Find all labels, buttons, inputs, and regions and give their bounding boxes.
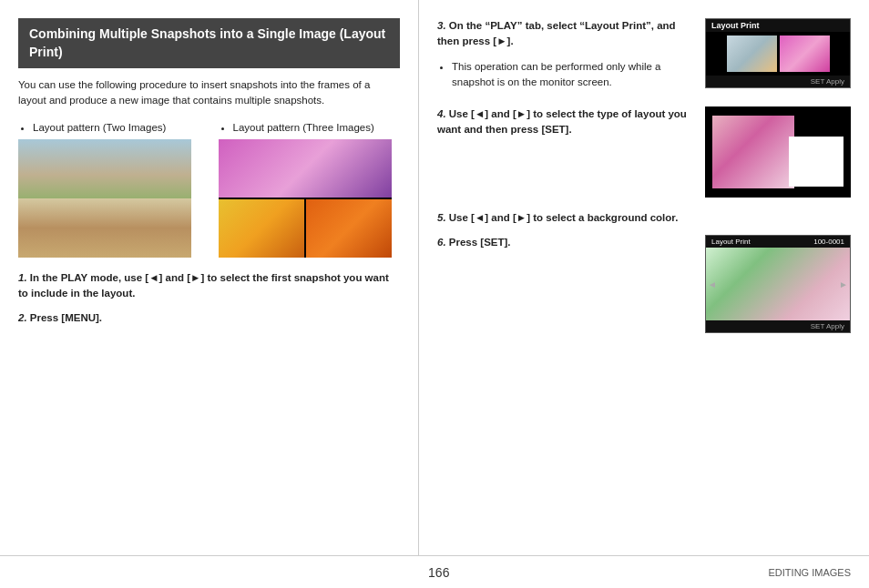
- step-3-bullet: This operation can be performed only whi…: [452, 59, 696, 91]
- ls-main-image: [712, 116, 794, 188]
- step-6-image: Layout Print 100-0001 ◄ ► SET Apply: [705, 235, 851, 333]
- step-2: 2. Press [MENU].: [18, 310, 400, 326]
- pattern-two-image: [18, 139, 191, 258]
- camera-screen-step6: Layout Print 100-0001 ◄ ► SET Apply: [705, 235, 851, 333]
- pattern-three-label: Layout pattern (Three Images): [219, 120, 401, 136]
- right-column: 3. On the “PLAY” tab, select “Layout Pri…: [419, 0, 869, 555]
- cs-thumb-girl: [727, 35, 777, 72]
- pattern-three-image: [219, 139, 392, 258]
- step-4-row: 4. Use [◄] and [►] to select the type of…: [437, 106, 851, 198]
- nav-right-icon: ►: [839, 279, 848, 289]
- intro-text: You can use the following procedure to i…: [18, 77, 400, 109]
- pattern-two-images: Layout pattern (Two Images): [18, 120, 200, 258]
- pattern-two-label: Layout pattern (Two Images): [18, 120, 200, 136]
- ls-white-box: [789, 137, 843, 187]
- cs-footer-3: SET Apply: [706, 76, 850, 87]
- step-1: 1. In the PLAY mode, use [◄] and [►] to …: [18, 270, 400, 302]
- left-column: Combining Multiple Snapshots into a Sing…: [0, 0, 419, 555]
- layout-patterns: Layout pattern (Two Images) Layout patte…: [18, 120, 400, 258]
- cs-body-6: ◄ ►: [706, 248, 850, 320]
- cs-header-6: Layout Print 100-0001: [706, 236, 850, 248]
- cs-thumb-flowers: [780, 35, 830, 72]
- step-3-row: 3. On the “PLAY” tab, select “Layout Pri…: [437, 18, 851, 94]
- camera-screen-step3: Layout Print SET Apply: [705, 18, 851, 88]
- step-3-text: 3. On the “PLAY” tab, select “Layout Pri…: [437, 18, 696, 50]
- step-6-text: 6. Press [SET].: [437, 235, 696, 250]
- cs-body-3: [706, 32, 850, 76]
- layout-select-screen: [705, 106, 851, 198]
- cs-title-6: Layout Print: [711, 238, 751, 246]
- pattern-three-images: Layout pattern (Three Images): [219, 120, 401, 258]
- step-3-content: 3. On the “PLAY” tab, select “Layout Pri…: [437, 18, 696, 94]
- nav-left-icon: ◄: [708, 279, 717, 289]
- step-3-image: Layout Print SET Apply: [705, 18, 851, 88]
- step-6-row: 6. Press [SET]. Layout Print 100-0001 ◄ …: [437, 235, 851, 333]
- section-label: EDITING IMAGES: [769, 567, 851, 578]
- page-title: Combining Multiple Snapshots into a Sing…: [18, 18, 400, 68]
- cs-footer-6: SET Apply: [706, 320, 850, 332]
- step-6-content: 6. Press [SET].: [437, 235, 696, 259]
- cs-file-6: 100-0001: [813, 238, 844, 246]
- step-4-image: [705, 106, 851, 198]
- step-5: 5. Use [◄] and [►] to select a backgroun…: [437, 210, 851, 226]
- page-number: 166: [109, 565, 769, 580]
- step-4-content: 4. Use [◄] and [►] to select the type of…: [437, 106, 696, 147]
- page-footer: 166 EDITING IMAGES: [0, 555, 869, 588]
- cs-title-3: Layout Print: [706, 19, 850, 32]
- step-4-text: 4. Use [◄] and [►] to select the type of…: [437, 106, 696, 138]
